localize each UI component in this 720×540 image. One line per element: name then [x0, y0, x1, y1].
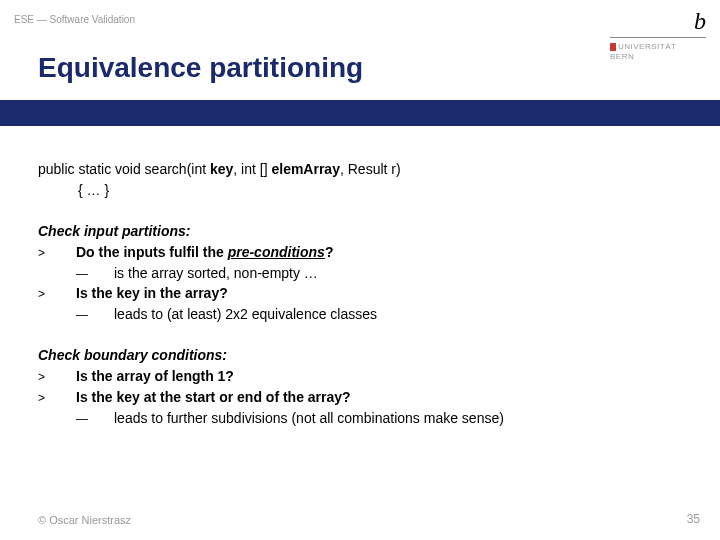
- angle-icon: >: [38, 245, 76, 261]
- logo-university-text: UNIVERSITÄT BERN: [610, 42, 710, 61]
- course-header: ESE — Software Validation: [14, 14, 135, 25]
- dash-icon: —: [38, 307, 114, 323]
- code-signature: public static void search(int key, int […: [38, 160, 682, 179]
- dash-icon: —: [38, 411, 114, 427]
- section2-heading: Check boundary conditions:: [38, 346, 682, 365]
- section2-dash1: — leads to further subdivisions (not all…: [38, 409, 682, 428]
- logo-b: b: [610, 8, 710, 38]
- section1-bullet1: > Do the inputs fulfil the pre-condition…: [38, 243, 682, 262]
- angle-icon: >: [38, 369, 76, 385]
- angle-icon: >: [38, 390, 76, 406]
- title-block: Equivalence partitioning: [0, 40, 582, 98]
- blue-divider-bar: [0, 100, 720, 126]
- footer-copyright: © Oscar Nierstrasz: [38, 514, 131, 526]
- section1-dash2: — leads to (at least) 2x2 equivalence cl…: [38, 305, 682, 324]
- section1-bullet2: > Is the key in the array?: [38, 284, 682, 303]
- logo-red-box-icon: [610, 43, 616, 51]
- section1-dash1: — is the array sorted, non-empty …: [38, 264, 682, 283]
- page-number: 35: [687, 512, 700, 526]
- main-content: public static void search(int key, int […: [38, 160, 682, 430]
- code-body: { … }: [38, 181, 682, 200]
- section1-heading: Check input partitions:: [38, 222, 682, 241]
- section2-bullet2: > Is the key at the start or end of the …: [38, 388, 682, 407]
- section2-bullet1: > Is the array of length 1?: [38, 367, 682, 386]
- angle-icon: >: [38, 286, 76, 302]
- university-logo: b UNIVERSITÄT BERN: [610, 8, 710, 98]
- page-title: Equivalence partitioning: [38, 52, 582, 84]
- dash-icon: —: [38, 266, 114, 282]
